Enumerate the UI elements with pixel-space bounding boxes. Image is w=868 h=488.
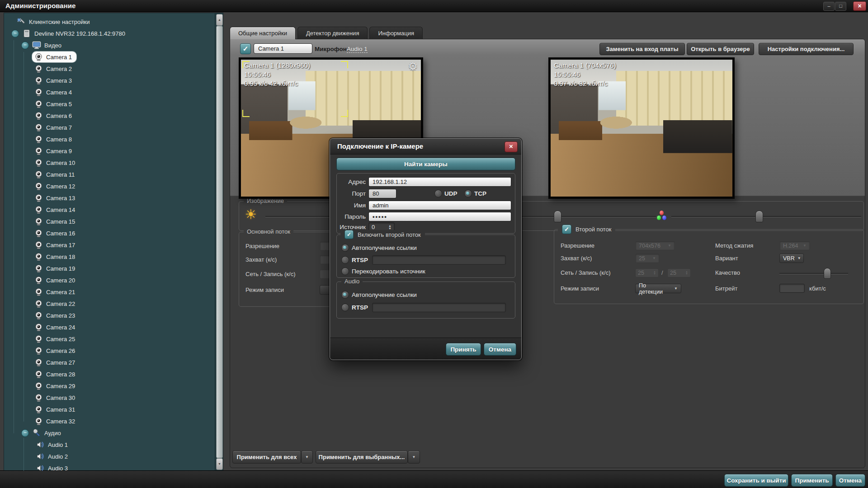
variant-select[interactable]: VBR▼ [779,253,804,263]
camera-enabled-checkbox[interactable]: ✓ [240,43,251,54]
tree-item-camera[interactable]: Camera 17 [4,239,215,251]
apply-for-selected-dropdown[interactable]: ▼ [408,450,420,464]
stream-rtsp-input[interactable] [372,255,506,265]
tree-item-camera[interactable]: Camera 26 [4,345,215,357]
tree-item-camera[interactable]: Camera 2 [4,63,215,75]
tree-item-camera[interactable]: Camera 18 [4,251,215,263]
minimize-button[interactable]: – [823,2,835,11]
login-input[interactable] [368,201,511,210]
tree-item-client-settings[interactable]: Клиентские настройки [4,16,215,28]
quality-slider-track[interactable] [779,273,848,274]
tree-item-video-group[interactable]: − Видео [4,39,215,51]
color-slider-handle[interactable] [755,211,763,222]
enable-second-stream-checkbox[interactable]: ✓ [344,230,354,239]
tree-item-camera[interactable]: Camera 29 [4,380,215,392]
apply-button[interactable]: Применить [791,474,833,487]
audio-rtsp-radio[interactable] [341,304,349,311]
tree-item-camera[interactable]: Camera 22 [4,298,215,310]
tree-item-camera[interactable]: Camera 11 [4,169,215,180]
codec-select[interactable]: H.264▼ [779,241,810,250]
second-record-mode-select[interactable]: По детекции▼ [635,284,681,293]
stream-auto-link-radio[interactable] [341,244,349,252]
port-input[interactable] [368,189,396,198]
second-capture-select[interactable]: 25▼ [635,253,660,263]
tree-item-camera[interactable]: Camera 27 [4,357,215,368]
tree-item-camera[interactable]: Camera 5 [4,98,215,110]
tree-item-camera[interactable]: Camera 16 [4,227,215,239]
tree-item-camera[interactable]: Camera 4 [4,86,215,98]
tree-item-camera[interactable]: Camera 19 [4,263,215,274]
second-record-rate-spinner[interactable]: 25▲▼ [667,268,691,277]
audio-auto-link-radio[interactable] [341,291,349,299]
scroll-up-button[interactable]: ▲ [216,14,223,26]
second-resolution-select[interactable]: 704x576▼ [635,241,675,250]
second-stream-preview[interactable]: Camera 1 (704x576) 15:55:46 0.97 к/с 32 … [548,57,735,199]
bitrate-input[interactable] [779,284,805,293]
tree-item-camera[interactable]: Camera 13 [4,192,215,204]
tree-item-audio[interactable]: Audio 3 [4,462,215,471]
tree-item-camera[interactable]: Camera 15 [4,216,215,227]
gear-icon[interactable]: ⚙ [408,60,418,73]
tab-motion-detector[interactable]: Детектор движения [297,27,368,39]
second-stream-checkbox[interactable]: ✓ [562,225,571,234]
scroll-down-button[interactable]: ▼ [216,458,223,470]
color-slider-track[interactable] [671,216,861,217]
replace-with-board-input-button[interactable]: Заменить на вход платы [599,43,685,55]
tree-item-camera[interactable]: Camera 6 [4,110,215,122]
second-net-rate-spinner[interactable]: 25▲▼ [635,268,659,277]
tree-item-camera[interactable]: Camera 14 [4,204,215,216]
collapse-icon[interactable]: − [21,42,29,49]
microphone-link[interactable]: Audio 1 [347,46,368,53]
open-in-browser-button[interactable]: Открыть в браузере [687,43,754,55]
audio-rtsp-input[interactable] [372,303,506,312]
stream-rtsp-radio[interactable] [341,256,349,264]
tree-item-camera[interactable]: Camera 20 [4,274,215,286]
dialog-header[interactable]: Подключение к IP-камере × [330,139,521,155]
quality-slider-handle[interactable] [824,268,831,279]
scrollbar-thumb[interactable] [216,26,223,458]
tree-item-camera[interactable]: Camera 23 [4,310,215,321]
tree-item-audio-group[interactable]: − Аудио [4,427,215,439]
close-window-button[interactable]: × [853,1,866,11]
dialog-accept-button[interactable]: Принять [446,343,481,356]
tree-item-camera[interactable]: Camera 32 [4,415,215,427]
tab-information[interactable]: Информация [369,27,423,39]
tree-item-audio[interactable]: Audio 2 [4,450,215,462]
cancel-button[interactable]: Отмена [835,474,865,487]
camera-name-input[interactable] [254,43,312,54]
udp-radio[interactable] [434,190,442,197]
apply-for-selected-button[interactable]: Применить для выбранных... [316,450,408,464]
dialog-close-button[interactable]: × [505,141,518,152]
tree-item-camera[interactable]: Camera 24 [4,321,215,333]
tree-item-camera[interactable]: Camera 12 [4,180,215,192]
dialog-cancel-button[interactable]: Отмена [484,343,516,356]
tab-general-settings[interactable]: Общие настройки [230,27,296,39]
apply-for-all-dropdown[interactable]: ▼ [301,450,313,464]
tree-item-camera[interactable]: Camera 28 [4,368,215,380]
password-input[interactable] [368,212,511,221]
collapse-icon[interactable]: − [21,429,29,437]
tree-item-camera[interactable]: Camera 8 [4,133,215,145]
tree-item-camera[interactable]: Camera 7 [4,122,215,133]
save-and-exit-button[interactable]: Сохранить и выйти [724,474,788,487]
brightness-slider-handle[interactable] [554,211,561,222]
tree-item-camera[interactable]: Camera 30 [4,392,215,404]
transcode-source-radio[interactable] [341,267,349,275]
find-cameras-button[interactable]: Найти камеры [336,158,515,170]
tree-item-audio[interactable]: Audio 1 [4,439,215,450]
maximize-button[interactable]: □ [835,2,846,11]
tree-item-camera[interactable]: Camera 3 [4,75,215,86]
tree-item-camera[interactable]: Camera 1 [4,51,215,63]
address-input[interactable] [368,177,511,187]
tree-item-camera[interactable]: Camera 21 [4,286,215,298]
collapse-icon[interactable]: − [11,30,19,38]
tree-scrollbar[interactable]: ▲ ▼ [215,13,223,471]
tree-item-camera[interactable]: Camera 25 [4,333,215,345]
connection-settings-button[interactable]: Настройки подключения... [759,43,854,55]
apply-for-all-button[interactable]: Применить для всех [232,450,301,464]
tree-item-camera[interactable]: Camera 9 [4,145,215,157]
tree-item-camera[interactable]: Camera 31 [4,404,215,415]
tcp-radio[interactable] [464,190,472,197]
tree-item-server[interactable]: − Devline NVR32 192.168.1.42:9780 [4,28,215,39]
tree-item-camera[interactable]: Camera 10 [4,157,215,169]
